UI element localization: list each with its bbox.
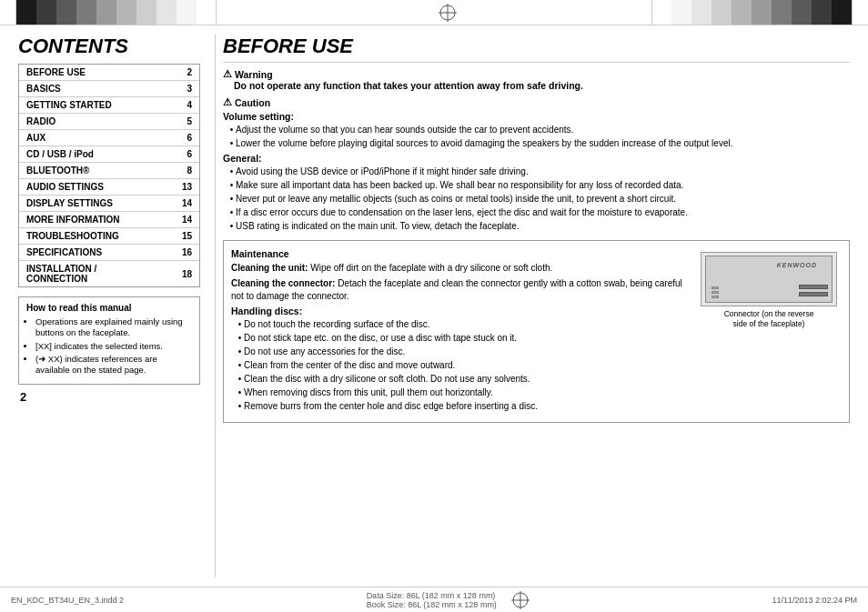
maintenance-box: Maintenance Cleaning the unit: Wipe off … [223,240,850,423]
toc-item-troubleshooting: TROUBLESHOOTING [26,231,119,241]
bottom-bar-center: Data Size: 86L (182 mm x 128 mm) Book Si… [124,591,772,609]
volume-item: Lower the volume before playing digital … [236,137,850,150]
toc-item-basics: BASICS [26,84,61,94]
toc-row: AUDIO SETTINGS 13 [19,179,199,196]
how-to-item: Operations are explained mainly using bu… [35,316,192,339]
toc-table: BEFORE USE 2 BASICS 3 GETTING STARTED 4 … [18,64,200,287]
warning-title: ⚠ Warning [223,68,850,80]
bottom-bar-file-info: EN_KDC_BT34U_EN_3.indd 2 [11,596,124,605]
toc-item-radio: RADIO [26,116,56,126]
toc-row: MORE INFORMATION 14 [19,212,199,228]
handling-item: When removing discs from this unit, pull… [244,386,687,399]
bottom-bar: EN_KDC_BT34U_EN_3.indd 2 Data Size: 86L … [0,587,868,612]
page-number: 2 [18,390,200,404]
bottom-bar-date: 11/11/2013 2:02:24 PM [772,596,857,605]
book-size-label: Book Size: 86L (182 mm x 128 mm) [367,600,497,609]
handling-item: Clean from the center of the disc and mo… [244,359,687,372]
connector-illustration: KENWOOD [701,252,837,306]
contents-title: CONTENTS [18,35,200,58]
handling-discs-title: Handling discs: [231,306,687,316]
cleaning-unit-text: Cleaning the unit: Wipe off dirt on the … [231,262,687,275]
toc-item-installation: INSTALLATION /CONNECTION [26,264,96,284]
how-to-title: How to read this manual [26,303,192,313]
general-list: Avoid using the USB device or iPod/iPhon… [223,166,850,233]
handling-item: Do not use any accessories for the disc. [244,346,687,358]
toc-item-display-settings: DISPLAY SETTINGS [26,198,113,208]
how-to-list: Operations are explained mainly using bu… [26,316,192,376]
toc-row: CD / USB / iPod 6 [19,146,199,163]
data-size-label: Data Size: 86L (182 mm x 128 mm) [367,591,497,600]
toc-row: RADIO 5 [19,114,199,130]
toc-row: BLUETOOTH® 8 [19,163,199,179]
maintenance-title: Maintenance [231,248,687,259]
toc-row: BASICS 3 [19,81,199,97]
general-item: Never put or leave any metallic objects … [236,193,850,206]
how-to-box: How to read this manual Operations are e… [18,296,200,385]
toc-item-more-info: MORE INFORMATION [26,215,120,225]
warning-icon: ⚠ [223,68,232,80]
general-item: If a disc error occurs due to condensati… [236,206,850,219]
general-item: USB rating is indicated on the main unit… [236,220,850,233]
how-to-item: [XX] indicates the selected items. [35,341,192,352]
volume-item: Adjust the volume so that you can hear s… [236,124,850,136]
toc-row: TROUBLESHOOTING 15 [19,228,199,245]
cleaning-connector-text: Cleaning the connector: Detach the facep… [231,277,687,303]
file-name: EN_KDC_BT34U_EN_3.indd 2 [11,596,124,605]
toc-item-cd-usb-ipod: CD / USB / iPod [26,149,94,159]
warning-label: Warning [235,69,273,80]
maintenance-right: KENWOOD Connector (on the reverseside of… [696,248,842,415]
handling-item: Remove burrs from the center hole and di… [244,400,687,413]
volume-subtitle: Volume setting: [223,111,850,122]
before-use-title: BEFORE USE [223,35,850,63]
toc-item-bluetooth: BLUETOOTH® [26,166,89,176]
general-item: Avoid using the USB device or iPod/iPhon… [236,166,850,178]
volume-list: Adjust the volume so that you can hear s… [223,124,850,150]
connector-caption: Connector (on the reverseside of the fac… [724,309,814,329]
toc-row: GETTING STARTED 4 [19,97,199,114]
handling-item: Clean the disc with a dry silicone or so… [244,373,687,386]
caution-label: Caution [235,97,270,108]
caution-section: ⚠ Caution Volume setting: Adjust the vol… [223,96,850,233]
toc-item-before-use: BEFORE USE [26,67,86,77]
handling-item: Do not touch the recording surface of th… [244,318,687,331]
top-bar-right-swatches [586,0,868,25]
how-to-item: (➜ XX) indicates references are availabl… [35,354,192,376]
handling-list: Do not touch the recording surface of th… [231,318,687,413]
general-item: Make sure all important data has been ba… [236,179,850,192]
top-bar-left-swatches [0,0,309,25]
toc-row: INSTALLATION /CONNECTION 18 [19,261,199,286]
warning-text: Do not operate any function that takes y… [234,80,850,91]
general-subtitle: General: [223,153,850,164]
toc-item-specifications: SPECIFICATIONS [26,247,102,257]
toc-row: DISPLAY SETTINGS 14 [19,196,199,212]
toc-item-aux: AUX [26,133,45,143]
maintenance-left: Maintenance Cleaning the unit: Wipe off … [231,248,687,415]
main-content: CONTENTS BEFORE USE 2 BASICS 3 GETTING S… [0,25,868,587]
caution-title: ⚠ Caution [223,96,850,108]
right-content: BEFORE USE ⚠ Warning Do not operate any … [215,35,850,577]
sidebar: CONTENTS BEFORE USE 2 BASICS 3 GETTING S… [18,35,200,577]
toc-item-audio-settings: AUDIO SETTINGS [26,182,104,192]
toc-row: AUX 6 [19,130,199,146]
toc-row: BEFORE USE 2 [19,65,199,81]
top-bar [0,0,868,25]
top-bar-crosshair [309,4,586,22]
toc-item-getting-started: GETTING STARTED [26,100,112,110]
toc-row: SPECIFICATIONS 16 [19,245,199,261]
handling-item: Do not stick tape etc. on the disc, or u… [244,332,687,345]
warning-section: ⚠ Warning Do not operate any function th… [223,68,850,91]
caution-icon: ⚠ [223,96,232,108]
